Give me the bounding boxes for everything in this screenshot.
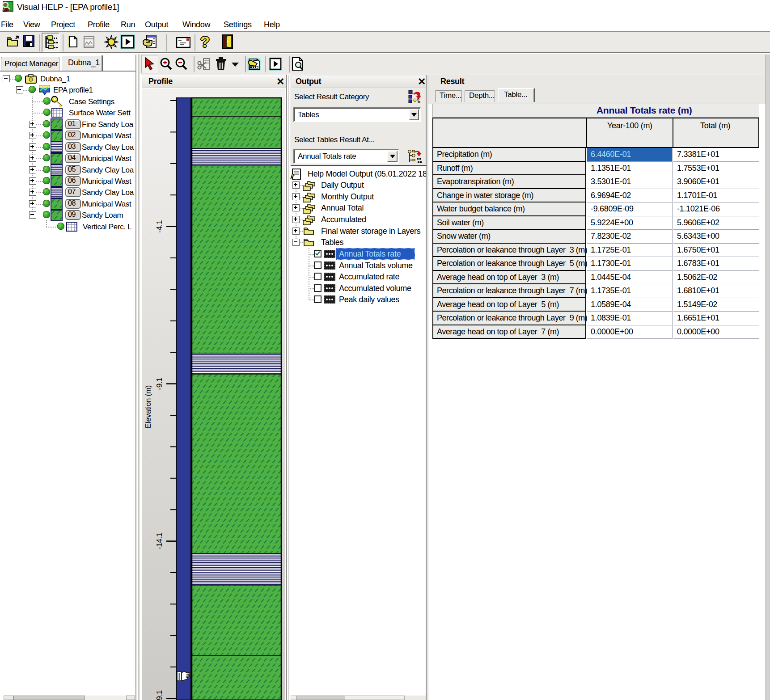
svg-text:-4.1: -4.1	[155, 220, 164, 233]
svg-text:-19.1: -19.1	[155, 690, 164, 700]
svg-text:-14.1: -14.1	[155, 533, 164, 549]
svg-text:-9.1: -9.1	[155, 378, 164, 390]
svg-text:Elevation (m): Elevation (m)	[144, 385, 152, 428]
